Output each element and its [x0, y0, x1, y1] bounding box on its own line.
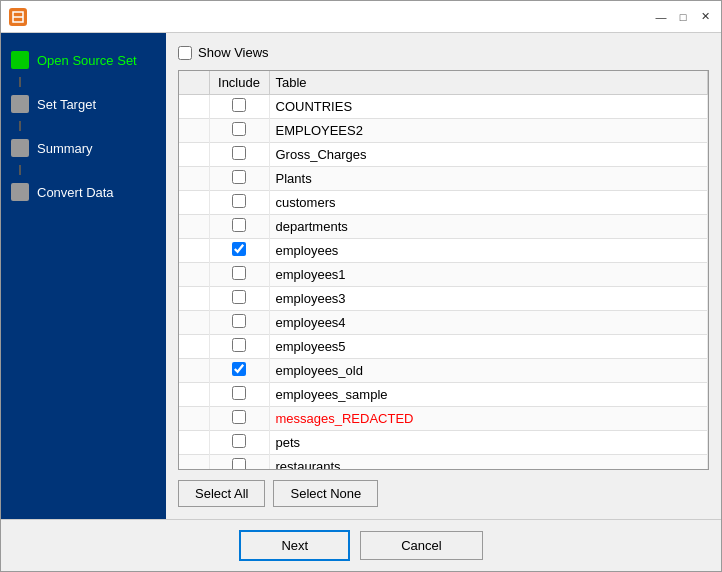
- row-name-11: employees_old: [269, 359, 708, 383]
- row-name-0: COUNTRIES: [269, 95, 708, 119]
- title-bar-controls: — □ ✕: [653, 9, 713, 25]
- show-views-label: Show Views: [198, 45, 269, 60]
- sidebar-item-summary[interactable]: Summary: [1, 131, 166, 165]
- row-name-3: Plants: [269, 167, 708, 191]
- sidebar-label-set-target: Set Target: [37, 97, 96, 112]
- row-checkbox-cell-6: [209, 239, 269, 263]
- close-button[interactable]: ✕: [697, 9, 713, 25]
- next-button[interactable]: Next: [239, 530, 350, 561]
- row-checkbox-cell-3: [209, 167, 269, 191]
- table-row: Plants: [179, 167, 708, 191]
- table-row: employees_old: [179, 359, 708, 383]
- step-connector-1: [19, 77, 21, 87]
- row-checkbox-cell-12: [209, 383, 269, 407]
- row-name-14: pets: [269, 431, 708, 455]
- table-row: employees_sample: [179, 383, 708, 407]
- row-checkbox-10[interactable]: [232, 338, 246, 352]
- row-spacer-8: [179, 287, 209, 311]
- row-checkbox-cell-5: [209, 215, 269, 239]
- row-checkbox-15[interactable]: [232, 458, 246, 470]
- sidebar-item-set-target[interactable]: Set Target: [1, 87, 166, 121]
- footer: Next Cancel: [1, 519, 721, 571]
- table-row: COUNTRIES: [179, 95, 708, 119]
- row-checkbox-cell-2: [209, 143, 269, 167]
- row-name-2: Gross_Charges: [269, 143, 708, 167]
- title-bar-left: [9, 8, 27, 26]
- row-checkbox-13[interactable]: [232, 410, 246, 424]
- show-views-checkbox[interactable]: [178, 46, 192, 60]
- content-area: Open Source Set Set Target Summary Conve…: [1, 33, 721, 519]
- step-connector-2: [19, 121, 21, 131]
- row-spacer-3: [179, 167, 209, 191]
- row-spacer-14: [179, 431, 209, 455]
- tables-table: Include Table COUNTRIESEMPLOYEES2Gross_C…: [179, 71, 708, 470]
- table-row: employees5: [179, 335, 708, 359]
- row-checkbox-cell-1: [209, 119, 269, 143]
- row-checkbox-1[interactable]: [232, 122, 246, 136]
- sidebar-label-convert-data: Convert Data: [37, 185, 114, 200]
- row-checkbox-cell-11: [209, 359, 269, 383]
- row-checkbox-11[interactable]: [232, 362, 246, 376]
- minimize-button[interactable]: —: [653, 9, 669, 25]
- row-spacer-7: [179, 263, 209, 287]
- row-name-5: departments: [269, 215, 708, 239]
- row-spacer-0: [179, 95, 209, 119]
- row-checkbox-5[interactable]: [232, 218, 246, 232]
- show-views-row: Show Views: [178, 45, 709, 60]
- row-spacer-15: [179, 455, 209, 471]
- row-spacer-6: [179, 239, 209, 263]
- table-row: Gross_Charges: [179, 143, 708, 167]
- row-checkbox-3[interactable]: [232, 170, 246, 184]
- row-checkbox-14[interactable]: [232, 434, 246, 448]
- row-checkbox-7[interactable]: [232, 266, 246, 280]
- row-checkbox-cell-14: [209, 431, 269, 455]
- row-spacer-4: [179, 191, 209, 215]
- sidebar-label-open-source-set: Open Source Set: [37, 53, 137, 68]
- row-checkbox-cell-8: [209, 287, 269, 311]
- title-bar: — □ ✕: [1, 1, 721, 33]
- sidebar-item-convert-data[interactable]: Convert Data: [1, 175, 166, 209]
- row-checkbox-cell-4: [209, 191, 269, 215]
- row-checkbox-0[interactable]: [232, 98, 246, 112]
- row-spacer-5: [179, 215, 209, 239]
- table-body: COUNTRIESEMPLOYEES2Gross_ChargesPlantscu…: [179, 95, 708, 471]
- row-name-12: employees_sample: [269, 383, 708, 407]
- bottom-buttons: Select All Select None: [178, 480, 709, 507]
- row-checkbox-12[interactable]: [232, 386, 246, 400]
- row-checkbox-8[interactable]: [232, 290, 246, 304]
- maximize-button[interactable]: □: [675, 9, 691, 25]
- step-indicator-set-target: [11, 95, 29, 113]
- row-checkbox-4[interactable]: [232, 194, 246, 208]
- sidebar: Open Source Set Set Target Summary Conve…: [1, 33, 166, 519]
- row-checkbox-6[interactable]: [232, 242, 246, 256]
- table-row: employees4: [179, 311, 708, 335]
- table-row: pets: [179, 431, 708, 455]
- row-name-9: employees4: [269, 311, 708, 335]
- select-all-button[interactable]: Select All: [178, 480, 265, 507]
- row-checkbox-2[interactable]: [232, 146, 246, 160]
- table-row: departments: [179, 215, 708, 239]
- row-spacer-13: [179, 407, 209, 431]
- row-checkbox-9[interactable]: [232, 314, 246, 328]
- main-panel: Show Views Include Table COUNTRIESEMPLOY…: [166, 33, 721, 519]
- row-spacer-10: [179, 335, 209, 359]
- table-row: employees: [179, 239, 708, 263]
- row-name-7: employees1: [269, 263, 708, 287]
- select-none-button[interactable]: Select None: [273, 480, 378, 507]
- table-row: messages_REDACTED: [179, 407, 708, 431]
- step-connector-3: [19, 165, 21, 175]
- row-name-15: restaurants: [269, 455, 708, 471]
- row-spacer-11: [179, 359, 209, 383]
- row-checkbox-cell-13: [209, 407, 269, 431]
- col-header-table: Table: [269, 71, 708, 95]
- table-row: restaurants: [179, 455, 708, 471]
- sidebar-item-open-source-set[interactable]: Open Source Set: [1, 43, 166, 77]
- row-spacer-1: [179, 119, 209, 143]
- step-indicator-summary: [11, 139, 29, 157]
- row-name-1: EMPLOYEES2: [269, 119, 708, 143]
- table-row: EMPLOYEES2: [179, 119, 708, 143]
- sidebar-label-summary: Summary: [37, 141, 93, 156]
- row-name-8: employees3: [269, 287, 708, 311]
- row-checkbox-cell-0: [209, 95, 269, 119]
- cancel-button[interactable]: Cancel: [360, 531, 482, 560]
